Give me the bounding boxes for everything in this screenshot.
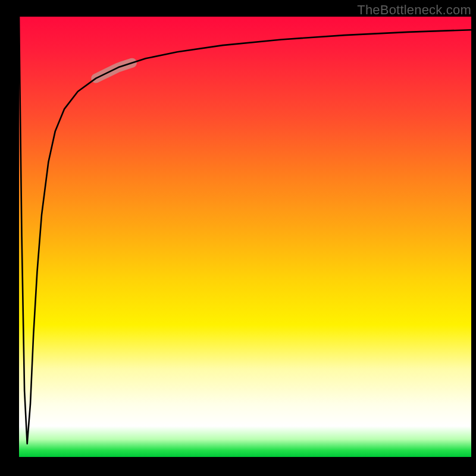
curve-layer	[19, 17, 471, 457]
chart-frame: TheBottleneck.com	[0, 0, 476, 476]
attribution-text: TheBottleneck.com	[357, 2, 471, 18]
plot-area	[19, 17, 471, 457]
bottleneck-curve	[19, 17, 471, 444]
